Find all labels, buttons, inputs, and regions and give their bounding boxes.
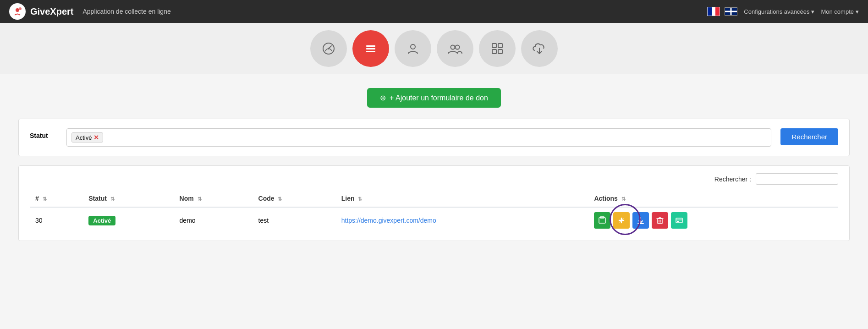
col-code: Code ⇅ [253,190,336,207]
filter-tag-remove[interactable]: ✕ [93,134,99,141]
cell-actions [588,207,838,233]
cell-code: test [253,207,336,233]
svg-rect-12 [492,49,496,54]
icon-nav [0,23,868,74]
cell-id: 30 [30,207,83,233]
filter-tag-active: Activé ✕ [71,132,103,143]
rechercher-button[interactable]: Rechercher [780,128,838,145]
cell-lien: https://demo.givexpert.com/demo [336,207,589,233]
svg-rect-10 [492,44,496,48]
svg-rect-6 [366,51,375,52]
nav-btn-download[interactable] [521,30,558,67]
status-badge: Activé [88,216,115,225]
sort-icon-id: ⇅ [43,196,47,202]
sort-icon-code: ⇅ [278,196,282,202]
action-view-button[interactable] [594,212,610,229]
nav-btn-group[interactable] [437,30,473,67]
svg-rect-5 [366,48,375,49]
action-download-button[interactable] [632,212,649,229]
col-lien: Lien ⇅ [336,190,589,207]
flag-fr[interactable] [707,7,720,16]
sort-icon-statut: ⇅ [110,196,115,202]
action-duplicate-button[interactable] [613,212,630,229]
table-section: Rechercher : # ⇅ Statut ⇅ Nom ⇅ Code ⇅ [18,165,850,241]
svg-point-0 [16,8,19,12]
table-top-row: Rechercher : [30,173,838,185]
svg-point-7 [411,44,415,49]
brand-text: GiveXpert [30,6,73,17]
table-header-row: # ⇅ Statut ⇅ Nom ⇅ Code ⇅ Lien ⇅ [30,190,838,207]
form-link[interactable]: https://demo.givexpert.com/demo [341,217,436,224]
add-form-button[interactable]: ⊕ + Ajouter un formulaire de don [367,88,501,108]
nav-btn-dashboard[interactable] [310,30,347,67]
navbar-subtitle: Application de collecte en ligne [82,8,707,15]
nav-btn-person[interactable] [395,30,431,67]
nav-btn-grid[interactable] [479,30,516,67]
sort-icon-actions: ⇅ [621,196,626,202]
col-id: # ⇅ [30,190,83,207]
table-row: 30 Activé demo test https://demo.givexpe… [30,207,838,233]
actions-cell [594,212,833,229]
svg-point-8 [451,45,455,49]
plus-icon: ⊕ [380,93,386,102]
filter-input-area[interactable]: Activé ✕ [66,128,771,147]
svg-point-1 [19,7,22,10]
filter-tag-label: Activé [76,134,92,141]
col-statut: Statut ⇅ [83,190,174,207]
cell-statut: Activé [83,207,174,233]
main-content: ⊕ + Ajouter un formulaire de don Statut … [0,74,868,255]
account-menu[interactable]: Mon compte ▾ [821,8,859,15]
svg-rect-13 [498,49,502,54]
data-table: # ⇅ Statut ⇅ Nom ⇅ Code ⇅ Lien ⇅ [30,190,838,233]
action-payment-button[interactable] [671,212,687,229]
cell-nom: demo [174,207,253,233]
config-chevron-icon: ▾ [811,8,814,15]
navbar: GiveXpert Application de collecte en lig… [0,0,868,23]
account-chevron-icon: ▾ [856,8,859,15]
filter-label: Statut [30,128,57,139]
config-menu[interactable]: Configurations avancées ▾ [744,8,814,15]
svg-rect-11 [498,44,502,48]
flag-uk[interactable] [725,7,737,16]
table-search-input[interactable] [756,173,838,185]
svg-point-9 [456,45,460,49]
svg-rect-22 [676,218,682,223]
col-nom: Nom ⇅ [174,190,253,207]
table-search-label: Rechercher : [714,175,751,183]
logo-icon [9,3,26,20]
action-delete-button[interactable] [652,212,668,229]
svg-rect-14 [599,218,605,223]
svg-rect-17 [658,219,662,224]
svg-rect-24 [677,221,679,222]
brand: GiveXpert [9,3,73,20]
sort-icon-nom: ⇅ [198,196,202,202]
navbar-right: Configurations avancées ▾ Mon compte ▾ [707,7,859,16]
svg-rect-4 [366,45,375,47]
nav-btn-forms[interactable] [352,30,389,67]
add-btn-row: ⊕ + Ajouter un formulaire de don [18,88,850,108]
filter-card: Statut Activé ✕ Rechercher [18,119,850,156]
sort-icon-lien: ⇅ [358,196,362,202]
language-flags [707,7,737,16]
col-actions: Actions ⇅ [588,190,838,207]
